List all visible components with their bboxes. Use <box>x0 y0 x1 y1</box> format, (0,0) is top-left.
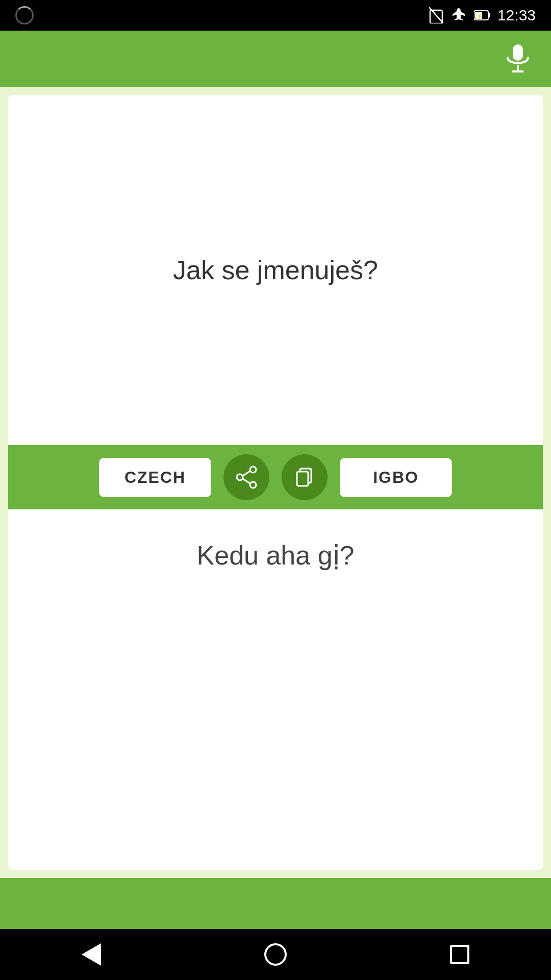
airplane-icon <box>450 7 467 23</box>
toolbar <box>0 31 551 87</box>
translation-text: Kedu aha gị? <box>197 540 355 571</box>
home-icon <box>264 943 287 966</box>
svg-text:⚡: ⚡ <box>477 13 483 19</box>
svg-line-13 <box>243 479 250 483</box>
status-bar: ⚡ 12:33 <box>0 0 551 31</box>
svg-point-9 <box>250 467 256 473</box>
target-language-button[interactable]: IGBO <box>340 458 452 497</box>
status-time: 12:33 <box>497 7 536 24</box>
source-panel: Jak se jmenuješ? <box>8 95 543 445</box>
controls-bar: CZECH IGBO <box>8 445 543 509</box>
back-icon <box>82 943 101 966</box>
home-button[interactable] <box>264 943 287 966</box>
svg-line-12 <box>243 471 250 476</box>
svg-rect-3 <box>488 13 490 17</box>
share-button[interactable] <box>223 454 269 500</box>
svg-rect-6 <box>513 44 523 61</box>
recent-button[interactable] <box>450 945 469 964</box>
svg-point-11 <box>250 482 256 488</box>
nav-bar <box>0 929 551 980</box>
microphone-button[interactable] <box>505 43 531 74</box>
svg-rect-0 <box>430 10 442 23</box>
translation-panel: Kedu aha gị? <box>8 509 543 870</box>
recent-icon <box>450 945 469 964</box>
source-language-button[interactable]: CZECH <box>99 458 211 497</box>
svg-rect-15 <box>297 472 308 486</box>
status-right: ⚡ 12:33 <box>429 7 536 24</box>
status-left <box>15 6 34 24</box>
battery-icon: ⚡ <box>474 10 490 21</box>
back-button[interactable] <box>82 943 101 966</box>
copy-button[interactable] <box>282 454 328 500</box>
bottom-bar <box>0 878 551 929</box>
main-content: Jak se jmenuješ? CZECH IGBO Kedu aha gị? <box>0 87 551 878</box>
no-sim-icon <box>429 7 443 23</box>
source-text: Jak se jmenuješ? <box>173 255 378 285</box>
svg-point-10 <box>237 474 243 480</box>
spinner-icon <box>15 6 34 24</box>
